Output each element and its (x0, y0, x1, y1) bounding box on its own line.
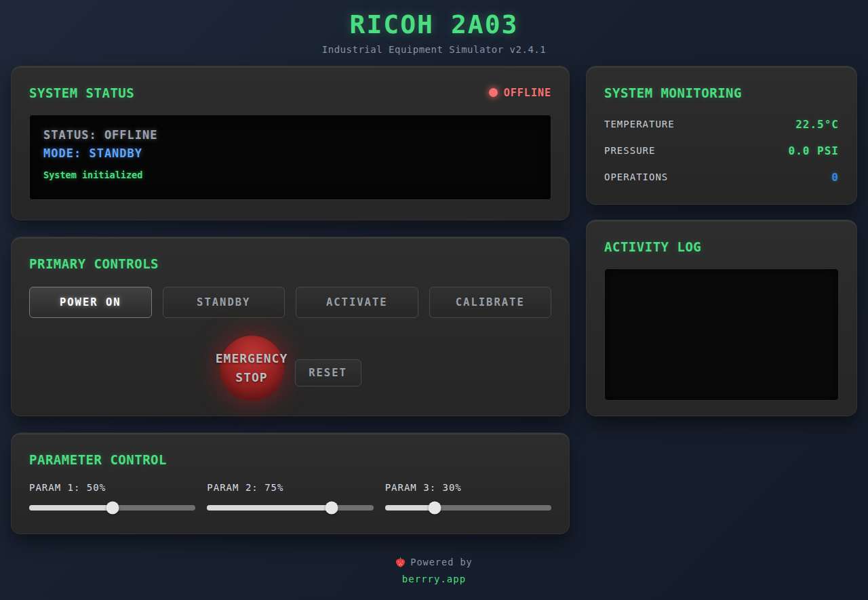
system-monitoring-title: SYSTEM MONITORING (604, 85, 839, 100)
status-indicator: OFFLINE (489, 87, 551, 99)
control-buttons-row: POWER ON STANDBY ACTIVATE CALIBRATE (29, 287, 551, 318)
param-3-slider[interactable] (385, 502, 551, 514)
status-display-screen: STATUS: OFFLINE MODE: STANDBY System ini… (29, 115, 551, 200)
powered-by-text: Powered by (410, 557, 472, 567)
calibrate-button[interactable]: CALIBRATE (429, 287, 552, 318)
param-2-label: PARAM 2: 75% (207, 482, 373, 493)
param-3-slider-thumb[interactable] (429, 501, 441, 514)
primary-controls-title: PRIMARY CONTROLS (29, 256, 551, 271)
strawberry-icon (395, 557, 406, 567)
powered-by-line: Powered by (395, 557, 472, 567)
param-3-group: PARAM 3: 30% (385, 482, 551, 514)
emergency-row: EMERGENCY STOP RESET (29, 336, 551, 401)
param-2-slider-fill (207, 505, 332, 511)
emergency-stop-label-line2: STOP (235, 368, 267, 387)
param-2-slider[interactable] (207, 502, 373, 514)
primary-controls-panel: PRIMARY CONTROLS POWER ON STANDBY ACTIVA… (11, 237, 570, 416)
param-2-slider-thumb[interactable] (326, 501, 338, 514)
parameter-control-panel: PARAMETER CONTROL PARAM 1: 50% PARAM 2: … (11, 433, 570, 534)
param-3-slider-fill (385, 505, 435, 511)
operations-value: 0 (831, 171, 839, 184)
reset-button[interactable]: RESET (295, 359, 361, 386)
emergency-stop-button[interactable]: EMERGENCY STOP (220, 336, 284, 401)
system-status-panel: SYSTEM STATUS OFFLINE STATUS: OFFLINE MO… (11, 66, 570, 220)
page-title: RICOH 2A03 (11, 9, 857, 41)
pressure-row: PRESSURE 0.0 PSI (604, 135, 839, 161)
emergency-stop-label-line1: EMERGENCY (216, 349, 288, 368)
standby-button[interactable]: STANDBY (163, 287, 285, 318)
status-indicator-dot-icon (489, 88, 498, 97)
system-status-header: SYSTEM STATUS OFFLINE (29, 85, 551, 100)
system-message: System initialized (43, 169, 537, 180)
param-1-slider-fill (29, 505, 113, 511)
activity-log-title: ACTIVITY LOG (604, 239, 839, 254)
status-line: STATUS: OFFLINE (43, 128, 537, 142)
param-3-label: PARAM 3: 30% (385, 482, 551, 493)
parameter-control-title: PARAMETER CONTROL (29, 452, 551, 467)
param-1-slider[interactable] (29, 502, 195, 514)
main-content: SYSTEM STATUS OFFLINE STATUS: OFFLINE MO… (11, 66, 857, 534)
param-1-label: PARAM 1: 50% (29, 482, 195, 493)
berrry-app-link[interactable]: berrry.app (11, 574, 857, 584)
status-indicator-label: OFFLINE (504, 87, 551, 99)
pressure-label: PRESSURE (604, 145, 655, 156)
app-header: RICOH 2A03 Industrial Equipment Simulato… (11, 9, 857, 55)
activity-log-screen[interactable] (604, 268, 839, 401)
left-column: SYSTEM STATUS OFFLINE STATUS: OFFLINE MO… (11, 66, 570, 534)
power-on-button[interactable]: POWER ON (29, 287, 152, 318)
system-monitoring-panel: SYSTEM MONITORING TEMPERATURE 22.5°C PRE… (586, 66, 857, 205)
activate-button[interactable]: ACTIVATE (296, 287, 418, 318)
app-root: RICOH 2A03 Industrial Equipment Simulato… (0, 0, 868, 600)
monitoring-rows: TEMPERATURE 22.5°C PRESSURE 0.0 PSI OPER… (604, 108, 839, 188)
page-subtitle: Industrial Equipment Simulator v2.4.1 (11, 44, 857, 55)
right-column: SYSTEM MONITORING TEMPERATURE 22.5°C PRE… (586, 66, 857, 416)
app-footer: Powered by berrry.app (11, 557, 857, 584)
temperature-row: TEMPERATURE 22.5°C (604, 108, 839, 135)
operations-label: OPERATIONS (604, 172, 668, 182)
param-2-group: PARAM 2: 75% (207, 482, 373, 514)
temperature-value: 22.5°C (795, 118, 839, 131)
sliders-grid: PARAM 1: 50% PARAM 2: 75% (29, 482, 551, 514)
param-1-group: PARAM 1: 50% (29, 482, 195, 514)
operations-row: OPERATIONS 0 (604, 161, 839, 188)
temperature-label: TEMPERATURE (604, 119, 675, 129)
activity-log-panel: ACTIVITY LOG (586, 220, 857, 416)
mode-line: MODE: STANDBY (43, 146, 537, 160)
param-1-slider-thumb[interactable] (106, 501, 119, 514)
system-status-title: SYSTEM STATUS (29, 85, 134, 100)
pressure-value: 0.0 PSI (789, 144, 839, 157)
